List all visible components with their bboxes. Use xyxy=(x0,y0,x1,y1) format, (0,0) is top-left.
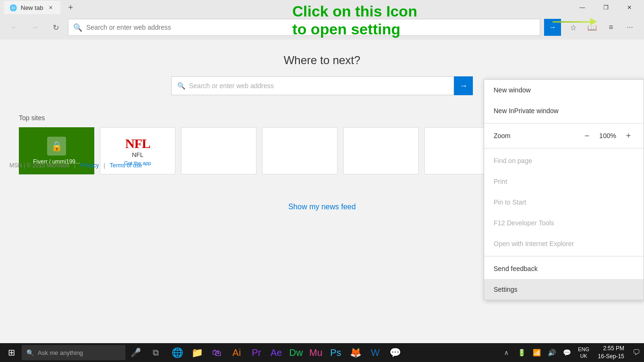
search-magnifier-icon: 🔍 xyxy=(177,82,185,90)
footer-privacy-link[interactable]: Privacy xyxy=(80,162,99,169)
search-go-button[interactable]: → xyxy=(454,76,473,95)
footer-msn-text: MSN | © 2015 Microsoft xyxy=(9,162,69,169)
footer: MSN | © 2015 Microsoft | Privacy | Terms… xyxy=(9,162,142,169)
taskbar: ⊞ 🔍 Ask me anything 🎤 ⧉ 🌐 📁 🛍 Ai Pr Ae D… xyxy=(0,343,644,362)
tab-favicon: 🌐 xyxy=(9,4,17,11)
taskbar-muse-icon[interactable]: Mu xyxy=(306,343,325,362)
taskbar-store-icon[interactable]: 🛍 xyxy=(207,343,226,362)
task-view-button[interactable]: ⧉ xyxy=(146,343,165,362)
lang-region: UK xyxy=(578,353,589,359)
taskbar-dreamweaver-icon[interactable]: Dw xyxy=(287,343,305,362)
hub-button[interactable]: ≡ xyxy=(603,19,619,36)
nfl-name: NFL xyxy=(132,151,144,158)
window-controls: — ❐ ✕ xyxy=(571,0,640,15)
notification-center-icon[interactable]: 🗩 xyxy=(631,348,642,357)
search-icon: 🔍 xyxy=(73,23,83,32)
minimize-button[interactable]: — xyxy=(571,0,593,15)
search-bar: 🔍 Search or enter web address → xyxy=(171,76,473,95)
zoom-minus-button[interactable]: − xyxy=(581,130,593,141)
context-menu: New window New InPrivate window Zoom − 1… xyxy=(484,79,644,300)
taskbar-search-placeholder: Ask me anything xyxy=(38,349,83,356)
menu-item-open-ie: Open with Internet Explorer xyxy=(484,233,644,254)
tray-volume-icon[interactable]: 🔊 xyxy=(545,346,558,359)
menu-item-pin-to-start: Pin to Start xyxy=(484,192,644,213)
tray-network-icon[interactable]: 📶 xyxy=(530,346,543,359)
tray-battery-icon[interactable]: 🔋 xyxy=(515,346,528,359)
system-clock[interactable]: 2:55 PM 16-Sep-15 xyxy=(594,345,628,361)
nfl-logo: NFL xyxy=(125,136,150,151)
menu-item-settings[interactable]: Settings xyxy=(484,279,644,300)
cortana-search-bar[interactable]: 🔍 Ask me anything xyxy=(22,345,125,360)
site-tile-empty-3[interactable] xyxy=(343,127,419,174)
menu-item-new-window[interactable]: New window xyxy=(484,80,644,100)
address-bar[interactable]: 🔍 xyxy=(68,19,540,36)
system-tray: ∧ 🔋 📶 🔊 💬 xyxy=(500,346,573,359)
tray-expand-icon[interactable]: ∧ xyxy=(500,346,513,359)
search-placeholder-text: Search or enter web address xyxy=(189,82,274,90)
clock-time: 2:55 PM xyxy=(598,345,624,353)
start-button[interactable]: ⊞ xyxy=(2,343,21,362)
taskbar-premiere-icon[interactable]: Pr xyxy=(247,343,266,362)
more-button[interactable]: ··· xyxy=(621,19,638,36)
arrow-annotation xyxy=(553,18,597,25)
restore-button[interactable]: ❐ xyxy=(595,0,617,15)
main-search-box[interactable]: 🔍 Search or enter web address xyxy=(171,76,454,95)
menu-divider-1 xyxy=(484,123,644,123)
back-button[interactable]: ← xyxy=(6,19,23,36)
tray-message-icon[interactable]: 💬 xyxy=(560,346,573,359)
taskbar-skype-icon[interactable]: 💬 xyxy=(386,343,405,362)
taskbar-ae-icon[interactable]: Ae xyxy=(267,343,286,362)
taskbar-edge-icon[interactable]: 🌐 xyxy=(168,343,187,362)
zoom-plus-button[interactable]: + xyxy=(623,130,634,141)
taskbar-explorer-icon[interactable]: 📁 xyxy=(188,343,206,362)
tab-title: New tab xyxy=(21,4,43,11)
footer-terms-link[interactable]: Terms of use xyxy=(110,162,142,169)
site-tile-empty-1[interactable] xyxy=(181,127,256,174)
close-button[interactable]: ✕ xyxy=(619,0,640,15)
menu-item-new-inprivate[interactable]: New InPrivate window xyxy=(484,100,644,121)
menu-item-find-on-page: Find on page xyxy=(484,150,644,171)
taskbar-illustrator-icon[interactable]: Ai xyxy=(227,343,246,362)
taskbar-photoshop-icon[interactable]: Ps xyxy=(326,343,345,362)
active-tab[interactable]: 🌐 New tab ✕ xyxy=(4,1,60,14)
tab-close-btn[interactable]: ✕ xyxy=(47,4,55,11)
taskbar-right: ∧ 🔋 📶 🔊 💬 ENG UK 2:55 PM 16-Sep-15 🗩 xyxy=(500,345,642,361)
taskbar-word-icon[interactable]: W xyxy=(366,343,385,362)
forward-button[interactable]: → xyxy=(26,19,43,36)
clock-date: 16-Sep-15 xyxy=(598,353,624,361)
refresh-button[interactable]: ↻ xyxy=(47,19,64,36)
fiverr-icon: 🔒 xyxy=(47,137,66,156)
menu-divider-2 xyxy=(484,148,644,148)
new-tab-button[interactable]: + xyxy=(64,1,77,14)
zoom-label: Zoom xyxy=(494,132,576,140)
nav-bar: ← → ↻ 🔍 → ☆ 📖 ≡ ··· xyxy=(0,15,644,40)
menu-item-send-feedback[interactable]: Send feedback xyxy=(484,258,644,279)
taskbar-search-icon: 🔍 xyxy=(26,349,34,356)
lang-code: ENG xyxy=(578,346,589,353)
menu-item-print: Print xyxy=(484,171,644,192)
where-next-heading: Where to next? xyxy=(9,54,635,67)
microphone-button[interactable]: 🎤 xyxy=(126,343,145,362)
address-input[interactable] xyxy=(86,24,535,31)
menu-item-f12: F12 Developer Tools xyxy=(484,213,644,233)
taskbar-apps: 🌐 📁 🛍 Ai Pr Ae Dw Mu Ps 🦊 W 💬 xyxy=(168,343,405,362)
language-indicator[interactable]: ENG UK xyxy=(576,346,591,360)
menu-divider-3 xyxy=(484,256,644,256)
title-bar: 🌐 New tab ✕ + — ❐ ✕ xyxy=(0,0,644,15)
zoom-row: Zoom − 100% + xyxy=(484,125,644,146)
zoom-value: 100% xyxy=(598,132,617,140)
taskbar-firefox-icon[interactable]: 🦊 xyxy=(346,343,365,362)
site-tile-empty-2[interactable] xyxy=(262,127,338,174)
